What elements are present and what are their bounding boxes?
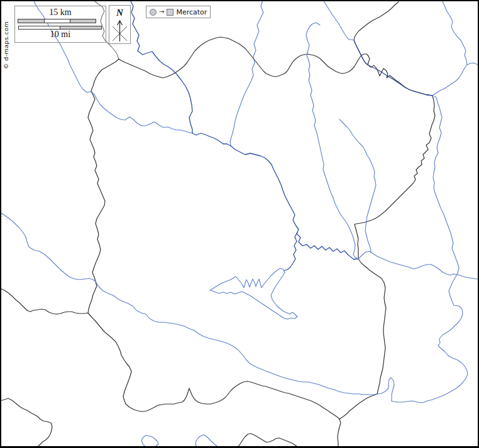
boundary-diagonal-se (88, 313, 339, 419)
river-reservoir-channel (284, 232, 297, 271)
projection-name: Mercator (176, 8, 207, 16)
pond-east (195, 435, 218, 447)
projection-legend: → Mercator (146, 6, 211, 18)
compass-rose-icon (110, 18, 129, 42)
sphere-icon (150, 9, 157, 16)
river-ne-feeder (323, 0, 354, 40)
boundary-from-west-edge (0, 288, 88, 314)
boundary-to-river-junction (339, 394, 377, 419)
river-ne-corner-inflow (442, 0, 467, 65)
river-center-ns (306, 23, 358, 259)
river-main-upper (192, 133, 231, 146)
projection-arrow-icon: → (159, 9, 164, 15)
boundary-south-exit (338, 419, 341, 448)
scale-bar-segment (60, 26, 101, 29)
map-frame (1, 1, 478, 447)
credit-text: © d-maps.com (3, 21, 9, 69)
scale-bar-segment (19, 26, 60, 29)
scale-bar-segment (18, 19, 44, 23)
boundary-west (88, 59, 119, 313)
scale-box: 15 km 10 mi (14, 6, 106, 43)
river-southwest-long (0, 212, 377, 395)
scale-bar-segment (44, 19, 69, 23)
reservoir-outline (210, 268, 297, 319)
scale-km-label: 15 km (15, 8, 106, 18)
compass-box: N (109, 5, 131, 44)
river-mid-se (339, 119, 376, 253)
river-from-top-center (230, 0, 263, 146)
river-ne-outflow (432, 63, 479, 96)
north-label: N (109, 7, 130, 18)
river-ne-dark (354, 40, 432, 96)
plane-icon (167, 9, 173, 16)
boundary-sw-corner (0, 398, 52, 448)
scale-bar-km (18, 19, 96, 23)
pond-west (141, 435, 158, 447)
boundary-east (355, 96, 435, 394)
river-main-meanders (231, 146, 358, 260)
scale-mi-label: 10 mi (15, 30, 106, 40)
outline-map (0, 0, 479, 448)
boundary-ne-from-top (354, 2, 399, 65)
map-canvas: © d-maps.com 15 km 10 mi N → Mercator (0, 0, 479, 448)
boundary-bottom-bump (237, 434, 299, 448)
scale-bar-segment (70, 19, 96, 23)
